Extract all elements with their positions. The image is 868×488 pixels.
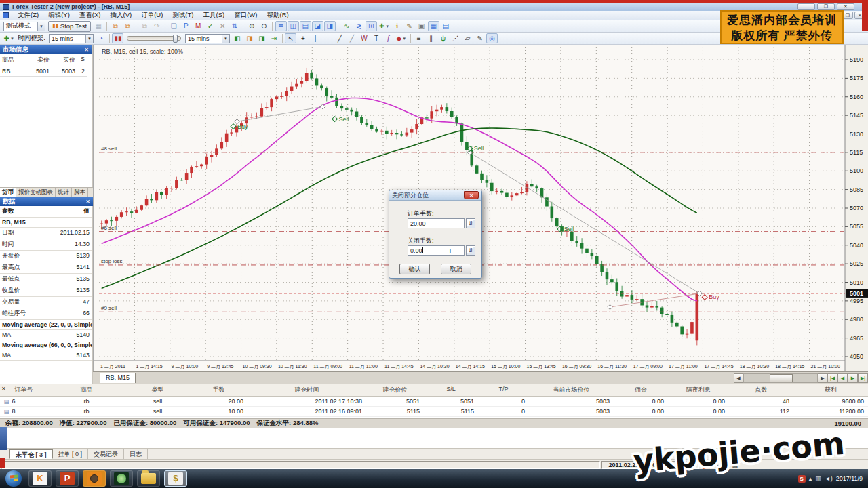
menu-item-5[interactable]: 订单(U) — [136, 10, 167, 20]
cursor-tool-icon[interactable]: ↖ — [285, 33, 296, 43]
modify-order-icon[interactable]: ✓ — [205, 21, 216, 31]
close-lots-spinner[interactable]: ⇵ — [466, 245, 475, 256]
freehand-icon[interactable]: ✎ — [474, 33, 486, 43]
market-watch-close-icon[interactable]: ✕ — [84, 47, 89, 53]
taskbar-k-player-icon[interactable]: K — [28, 470, 52, 487]
test-mode-select[interactable]: 测试模式▼ — [3, 22, 45, 31]
taskbar-forex-tester-icon[interactable]: $ — [164, 470, 187, 487]
tile-windows-icon[interactable]: ◪ — [312, 21, 323, 31]
scroll-track[interactable] — [743, 373, 818, 383]
shapes-tool-icon[interactable]: ◆▼ — [395, 33, 408, 43]
dialog-close-button[interactable]: ✕ — [464, 191, 479, 199]
chart-tab[interactable]: RB, M15 — [100, 373, 136, 383]
go-last-icon[interactable]: ▶| — [858, 373, 868, 383]
step-bar-icon[interactable]: ◨ — [256, 33, 267, 43]
taskbar-photo-viewer-icon[interactable] — [83, 470, 106, 487]
forward-icon[interactable]: ↷ — [151, 21, 163, 31]
menu-item-6[interactable]: 测试(T) — [167, 10, 198, 20]
dock-close-icon[interactable]: ✕ — [1, 386, 6, 392]
journal-icon[interactable]: ✎ — [403, 21, 415, 31]
line-mode-icon[interactable]: ▤ — [300, 21, 311, 31]
close-button[interactable]: ✕ — [837, 3, 854, 10]
cascade-windows-icon[interactable]: ◨ — [324, 21, 336, 31]
data-window-icon[interactable]: ⊞ — [366, 21, 377, 31]
pending-order-icon[interactable]: P — [180, 21, 192, 31]
market-watch-tab-2[interactable]: 报价变动图表 — [16, 188, 56, 197]
menu-item-9[interactable]: 帮助(R) — [262, 10, 293, 20]
dock-tab-4[interactable]: 日志 — [124, 449, 148, 459]
new-chart-icon[interactable]: ✚▼ — [3, 33, 16, 43]
scroll-right-icon[interactable]: ▶ — [818, 373, 827, 383]
magnet-icon[interactable]: ◎ — [486, 33, 498, 43]
pitchfork-icon[interactable]: ψ — [437, 33, 449, 43]
market-watch-tab-1[interactable]: 货币 — [0, 188, 16, 197]
hline-tool-icon[interactable]: — — [321, 33, 333, 43]
oscillators-icon[interactable]: ≷ — [353, 21, 365, 31]
child-restore-button[interactable]: ❐ — [842, 12, 853, 19]
channel-icon[interactable]: ▱ — [462, 33, 473, 43]
fibonacci-icon[interactable]: ⋰ — [450, 33, 461, 43]
zoom-out-icon[interactable]: ⊖ — [258, 21, 270, 31]
market-watch-tab-4[interactable]: 脚本 — [72, 188, 88, 197]
go-next-icon[interactable]: ▶ — [848, 373, 858, 383]
refresh-icon[interactable]: ⇅ — [229, 21, 241, 31]
data-panel-close-icon[interactable]: ✕ — [85, 199, 90, 205]
copy-icon[interactable]: ⧉ — [110, 21, 121, 31]
speed-select[interactable]: 15 mins▼ — [185, 34, 230, 43]
new-order-icon[interactable]: ❏ — [168, 21, 180, 31]
pause-icon[interactable]: ▮▮ — [112, 33, 123, 43]
market-watch-cell[interactable]: RB — [0, 66, 27, 77]
timeframe-select[interactable]: 15 mins▼ — [49, 34, 94, 43]
market-watch-tab-3[interactable]: 统计 — [56, 188, 72, 197]
cancel-button[interactable]: 取消 — [441, 264, 471, 274]
info-icon[interactable]: ℹ — [391, 21, 403, 31]
candles-mode-icon[interactable]: ◫ — [288, 21, 299, 31]
dialog-title-bar[interactable]: 关闭部分仓位 ✕ — [389, 190, 481, 201]
patterns-icon[interactable]: ≡ — [413, 33, 425, 43]
formula-tool-icon[interactable]: ƒ — [382, 33, 394, 43]
menu-item-1[interactable]: 文件(Z) — [13, 10, 43, 20]
confirm-button[interactable]: 确认 — [399, 264, 430, 274]
menu-item-4[interactable]: 插入(V) — [105, 10, 136, 20]
collapsed-panel-strip[interactable] — [0, 427, 7, 450]
market-order-icon[interactable]: M — [193, 21, 204, 31]
copy-picture-icon[interactable]: ⧉ — [139, 21, 151, 31]
indicators-icon[interactable]: ∿ — [341, 21, 353, 31]
paste-icon[interactable]: ⧉ — [122, 21, 134, 31]
scroll-left-icon[interactable]: ◀ — [734, 373, 743, 383]
start-button[interactable] — [5, 470, 22, 487]
bars-mode-icon[interactable]: ≣ — [275, 21, 287, 31]
minimize-button[interactable]: — — [797, 3, 815, 10]
order-lots-spinner[interactable]: ⇵ — [466, 218, 475, 228]
stop-test-button[interactable]: ▮▮Stop Test — [48, 21, 91, 32]
vline-tool-icon[interactable]: | — [309, 33, 321, 43]
dock-tab-2[interactable]: 挂单 [ 0 ] — [53, 449, 89, 459]
menu-item-2[interactable]: 编辑(Y) — [43, 10, 75, 20]
step-forward-icon[interactable]: ◨ — [243, 33, 255, 43]
time-jump-icon[interactable]: ◔ — [95, 33, 106, 43]
taskbar-antivirus-icon[interactable] — [110, 470, 133, 487]
grid-toggle-icon[interactable]: ▦ — [428, 21, 439, 31]
wave-tool-icon[interactable]: W — [358, 33, 370, 43]
delete-order-icon[interactable]: ✕ — [217, 21, 229, 31]
trendline-tool-icon[interactable]: ╱ — [334, 33, 345, 43]
close-lots-input[interactable]: 0.00I — [408, 245, 465, 256]
menu-item-3[interactable]: 查看(X) — [75, 10, 106, 20]
menu-item-7[interactable]: 工具(S) — [199, 10, 230, 20]
jump-forward-icon[interactable]: ⇥ — [268, 33, 279, 43]
order-lots-input[interactable]: 20.00 — [408, 218, 465, 228]
crosshair-tool-icon[interactable]: + — [297, 33, 309, 43]
dock-tab-1[interactable]: 未平仓 [ 3 ] — [9, 449, 53, 459]
add-indicator-icon[interactable]: ✚▼ — [378, 21, 391, 31]
go-first-icon[interactable]: |◀ — [827, 373, 837, 383]
screenshot-icon[interactable]: ▣ — [416, 21, 427, 31]
go-prev-icon[interactable]: ◀ — [837, 373, 848, 383]
text-tool-icon[interactable]: T — [370, 33, 382, 43]
quotes-window-icon[interactable]: ▤ — [440, 21, 452, 31]
slider-thumb[interactable] — [173, 35, 178, 43]
step-back-icon[interactable]: ◧ — [231, 33, 243, 43]
taskbar-powerpoint-icon[interactable]: P — [56, 470, 79, 487]
menu-item-8[interactable]: 窗口(W) — [229, 10, 262, 20]
ray-tool-icon[interactable]: ╱ — [346, 33, 357, 43]
zoom-in-icon[interactable]: ⊕ — [246, 21, 258, 31]
